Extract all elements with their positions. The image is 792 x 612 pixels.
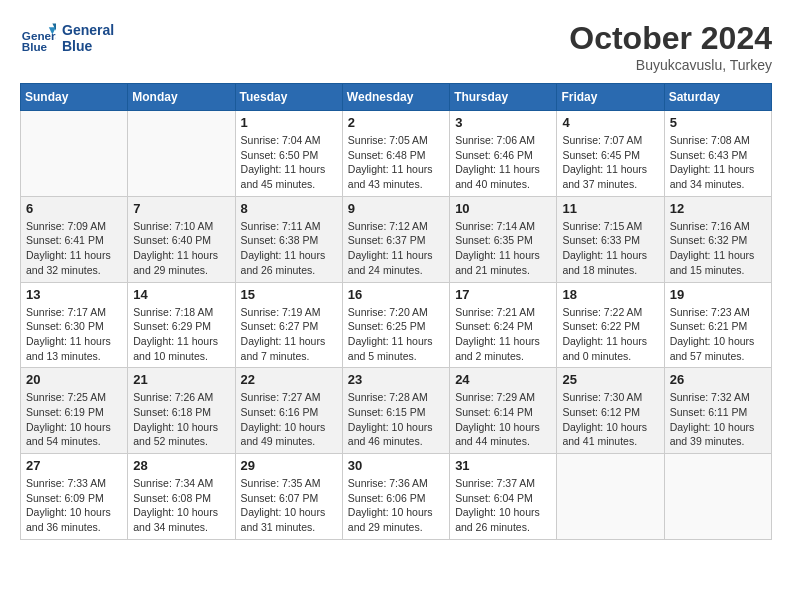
day-info: Sunrise: 7:07 AM Sunset: 6:45 PM Dayligh… xyxy=(562,133,658,192)
day-number: 23 xyxy=(348,372,444,387)
day-number: 12 xyxy=(670,201,766,216)
day-info: Sunrise: 7:08 AM Sunset: 6:43 PM Dayligh… xyxy=(670,133,766,192)
calendar-day-cell: 24Sunrise: 7:29 AM Sunset: 6:14 PM Dayli… xyxy=(450,368,557,454)
day-number: 31 xyxy=(455,458,551,473)
logo: General Blue General Blue xyxy=(20,20,114,56)
day-info: Sunrise: 7:26 AM Sunset: 6:18 PM Dayligh… xyxy=(133,390,229,449)
day-number: 1 xyxy=(241,115,337,130)
day-info: Sunrise: 7:11 AM Sunset: 6:38 PM Dayligh… xyxy=(241,219,337,278)
day-number: 9 xyxy=(348,201,444,216)
calendar-day-cell: 13Sunrise: 7:17 AM Sunset: 6:30 PM Dayli… xyxy=(21,282,128,368)
calendar-day-cell: 10Sunrise: 7:14 AM Sunset: 6:35 PM Dayli… xyxy=(450,196,557,282)
calendar-day-cell: 15Sunrise: 7:19 AM Sunset: 6:27 PM Dayli… xyxy=(235,282,342,368)
calendar-day-cell: 27Sunrise: 7:33 AM Sunset: 6:09 PM Dayli… xyxy=(21,454,128,540)
calendar-day-cell: 7Sunrise: 7:10 AM Sunset: 6:40 PM Daylig… xyxy=(128,196,235,282)
calendar-day-cell xyxy=(21,111,128,197)
calendar-day-cell: 29Sunrise: 7:35 AM Sunset: 6:07 PM Dayli… xyxy=(235,454,342,540)
weekday-header-row: SundayMondayTuesdayWednesdayThursdayFrid… xyxy=(21,84,772,111)
day-info: Sunrise: 7:27 AM Sunset: 6:16 PM Dayligh… xyxy=(241,390,337,449)
page-header: General Blue General Blue October 2024 B… xyxy=(20,20,772,73)
calendar-week-row: 1Sunrise: 7:04 AM Sunset: 6:50 PM Daylig… xyxy=(21,111,772,197)
calendar-day-cell: 19Sunrise: 7:23 AM Sunset: 6:21 PM Dayli… xyxy=(664,282,771,368)
day-info: Sunrise: 7:37 AM Sunset: 6:04 PM Dayligh… xyxy=(455,476,551,535)
day-number: 22 xyxy=(241,372,337,387)
day-number: 7 xyxy=(133,201,229,216)
day-info: Sunrise: 7:30 AM Sunset: 6:12 PM Dayligh… xyxy=(562,390,658,449)
day-number: 16 xyxy=(348,287,444,302)
calendar-day-cell: 18Sunrise: 7:22 AM Sunset: 6:22 PM Dayli… xyxy=(557,282,664,368)
day-number: 20 xyxy=(26,372,122,387)
day-info: Sunrise: 7:15 AM Sunset: 6:33 PM Dayligh… xyxy=(562,219,658,278)
calendar-day-cell: 4Sunrise: 7:07 AM Sunset: 6:45 PM Daylig… xyxy=(557,111,664,197)
day-number: 26 xyxy=(670,372,766,387)
day-number: 28 xyxy=(133,458,229,473)
day-info: Sunrise: 7:05 AM Sunset: 6:48 PM Dayligh… xyxy=(348,133,444,192)
day-info: Sunrise: 7:06 AM Sunset: 6:46 PM Dayligh… xyxy=(455,133,551,192)
day-number: 24 xyxy=(455,372,551,387)
day-number: 3 xyxy=(455,115,551,130)
day-info: Sunrise: 7:18 AM Sunset: 6:29 PM Dayligh… xyxy=(133,305,229,364)
day-info: Sunrise: 7:28 AM Sunset: 6:15 PM Dayligh… xyxy=(348,390,444,449)
calendar-day-cell: 5Sunrise: 7:08 AM Sunset: 6:43 PM Daylig… xyxy=(664,111,771,197)
day-info: Sunrise: 7:10 AM Sunset: 6:40 PM Dayligh… xyxy=(133,219,229,278)
day-number: 2 xyxy=(348,115,444,130)
calendar-week-row: 27Sunrise: 7:33 AM Sunset: 6:09 PM Dayli… xyxy=(21,454,772,540)
calendar-day-cell: 21Sunrise: 7:26 AM Sunset: 6:18 PM Dayli… xyxy=(128,368,235,454)
weekday-header-friday: Friday xyxy=(557,84,664,111)
calendar-week-row: 20Sunrise: 7:25 AM Sunset: 6:19 PM Dayli… xyxy=(21,368,772,454)
calendar-day-cell: 3Sunrise: 7:06 AM Sunset: 6:46 PM Daylig… xyxy=(450,111,557,197)
calendar-day-cell: 25Sunrise: 7:30 AM Sunset: 6:12 PM Dayli… xyxy=(557,368,664,454)
calendar-day-cell: 28Sunrise: 7:34 AM Sunset: 6:08 PM Dayli… xyxy=(128,454,235,540)
day-number: 11 xyxy=(562,201,658,216)
day-number: 13 xyxy=(26,287,122,302)
location-subtitle: Buyukcavuslu, Turkey xyxy=(569,57,772,73)
day-info: Sunrise: 7:33 AM Sunset: 6:09 PM Dayligh… xyxy=(26,476,122,535)
weekday-header-sunday: Sunday xyxy=(21,84,128,111)
day-info: Sunrise: 7:29 AM Sunset: 6:14 PM Dayligh… xyxy=(455,390,551,449)
day-number: 25 xyxy=(562,372,658,387)
day-number: 8 xyxy=(241,201,337,216)
weekday-header-wednesday: Wednesday xyxy=(342,84,449,111)
svg-text:Blue: Blue xyxy=(22,40,48,53)
calendar-day-cell xyxy=(128,111,235,197)
calendar-day-cell: 9Sunrise: 7:12 AM Sunset: 6:37 PM Daylig… xyxy=(342,196,449,282)
calendar-day-cell: 14Sunrise: 7:18 AM Sunset: 6:29 PM Dayli… xyxy=(128,282,235,368)
day-info: Sunrise: 7:21 AM Sunset: 6:24 PM Dayligh… xyxy=(455,305,551,364)
logo-text-general: General xyxy=(62,22,114,38)
calendar-day-cell: 17Sunrise: 7:21 AM Sunset: 6:24 PM Dayli… xyxy=(450,282,557,368)
calendar-day-cell: 1Sunrise: 7:04 AM Sunset: 6:50 PM Daylig… xyxy=(235,111,342,197)
day-number: 21 xyxy=(133,372,229,387)
calendar-day-cell xyxy=(664,454,771,540)
weekday-header-thursday: Thursday xyxy=(450,84,557,111)
calendar-day-cell: 12Sunrise: 7:16 AM Sunset: 6:32 PM Dayli… xyxy=(664,196,771,282)
day-number: 14 xyxy=(133,287,229,302)
calendar-day-cell: 26Sunrise: 7:32 AM Sunset: 6:11 PM Dayli… xyxy=(664,368,771,454)
weekday-header-saturday: Saturday xyxy=(664,84,771,111)
day-info: Sunrise: 7:22 AM Sunset: 6:22 PM Dayligh… xyxy=(562,305,658,364)
day-info: Sunrise: 7:20 AM Sunset: 6:25 PM Dayligh… xyxy=(348,305,444,364)
logo-icon: General Blue xyxy=(20,20,56,56)
day-info: Sunrise: 7:14 AM Sunset: 6:35 PM Dayligh… xyxy=(455,219,551,278)
calendar-day-cell: 30Sunrise: 7:36 AM Sunset: 6:06 PM Dayli… xyxy=(342,454,449,540)
day-number: 17 xyxy=(455,287,551,302)
calendar-day-cell: 22Sunrise: 7:27 AM Sunset: 6:16 PM Dayli… xyxy=(235,368,342,454)
day-number: 19 xyxy=(670,287,766,302)
calendar-day-cell: 11Sunrise: 7:15 AM Sunset: 6:33 PM Dayli… xyxy=(557,196,664,282)
logo-text-blue: Blue xyxy=(62,38,92,54)
title-block: October 2024 Buyukcavuslu, Turkey xyxy=(569,20,772,73)
calendar-table: SundayMondayTuesdayWednesdayThursdayFrid… xyxy=(20,83,772,540)
calendar-day-cell: 2Sunrise: 7:05 AM Sunset: 6:48 PM Daylig… xyxy=(342,111,449,197)
weekday-header-tuesday: Tuesday xyxy=(235,84,342,111)
day-info: Sunrise: 7:32 AM Sunset: 6:11 PM Dayligh… xyxy=(670,390,766,449)
month-title: October 2024 xyxy=(569,20,772,57)
calendar-day-cell: 6Sunrise: 7:09 AM Sunset: 6:41 PM Daylig… xyxy=(21,196,128,282)
calendar-week-row: 6Sunrise: 7:09 AM Sunset: 6:41 PM Daylig… xyxy=(21,196,772,282)
day-info: Sunrise: 7:09 AM Sunset: 6:41 PM Dayligh… xyxy=(26,219,122,278)
day-number: 29 xyxy=(241,458,337,473)
day-info: Sunrise: 7:25 AM Sunset: 6:19 PM Dayligh… xyxy=(26,390,122,449)
calendar-day-cell: 20Sunrise: 7:25 AM Sunset: 6:19 PM Dayli… xyxy=(21,368,128,454)
day-number: 5 xyxy=(670,115,766,130)
day-info: Sunrise: 7:36 AM Sunset: 6:06 PM Dayligh… xyxy=(348,476,444,535)
day-number: 30 xyxy=(348,458,444,473)
day-info: Sunrise: 7:04 AM Sunset: 6:50 PM Dayligh… xyxy=(241,133,337,192)
